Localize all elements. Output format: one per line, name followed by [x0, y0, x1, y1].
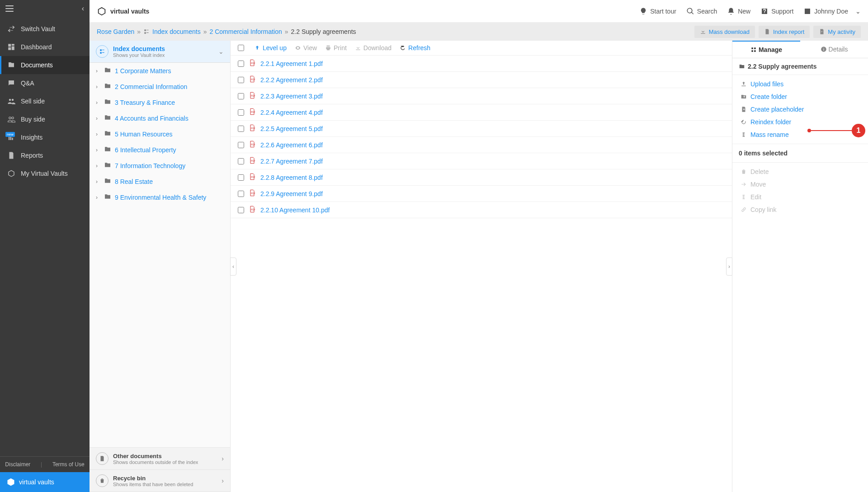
new-button[interactable]: New: [727, 7, 750, 15]
file-row[interactable]: PDF 2.2.3 Agreement 3.pdf: [231, 88, 732, 104]
file-checkbox[interactable]: [238, 191, 244, 197]
tree-label: 2 Commercial Information: [115, 83, 187, 90]
index-circle-icon: [96, 45, 108, 58]
nav-qa[interactable]: Q&A: [0, 74, 90, 92]
pdf-icon: PDF: [249, 108, 256, 117]
recycle-bin[interactable]: Recycle bin Shows items that have been d…: [90, 470, 230, 492]
label: Level up: [263, 44, 287, 52]
refresh-button[interactable]: Refresh: [400, 44, 430, 52]
index-report-button[interactable]: Index report: [759, 26, 810, 38]
mass-download-button[interactable]: Mass download: [694, 26, 755, 38]
start-tour-button[interactable]: Start tour: [639, 7, 676, 15]
file-checkbox[interactable]: [238, 142, 244, 148]
tree-label: 5 Human Resources: [115, 131, 173, 138]
tree-item[interactable]: › 2 Commercial Information: [90, 79, 230, 94]
nav-documents[interactable]: Documents: [0, 56, 90, 74]
file-checkbox[interactable]: [238, 77, 244, 83]
download-button[interactable]: Download: [355, 44, 392, 52]
tree-item[interactable]: › 9 Environmental Health & Safety: [90, 189, 230, 205]
disclaimer-link[interactable]: Disclaimer: [5, 461, 30, 468]
tab-details[interactable]: Details: [800, 41, 868, 58]
crumb-l1[interactable]: 2 Commercial Information: [210, 28, 282, 35]
tree-header[interactable]: Index documents Shows your Vault index ⌄: [90, 41, 230, 63]
file-row[interactable]: PDF 2.2.5 Agreement 5.pdf: [231, 121, 732, 137]
svg-text:PDF: PDF: [251, 111, 255, 113]
file-checkbox[interactable]: [238, 174, 244, 181]
file-checkbox[interactable]: [238, 126, 244, 132]
tree-item[interactable]: › 8 Real Estate: [90, 173, 230, 189]
support-button[interactable]: Support: [760, 7, 793, 15]
chevron-right-icon[interactable]: ›: [96, 99, 100, 106]
file-checkbox[interactable]: [238, 93, 244, 99]
file-checkbox[interactable]: [238, 61, 244, 67]
nav-insights[interactable]: new Insights: [0, 128, 90, 146]
file-checkbox[interactable]: [238, 158, 244, 164]
tree-item[interactable]: › 5 Human Resources: [90, 126, 230, 142]
brand-text: virtual vaults: [110, 8, 149, 15]
nav-sell-side[interactable]: Sell side: [0, 92, 90, 110]
select-all-checkbox[interactable]: [238, 45, 244, 51]
user-menu[interactable]: Johnny Doe ⌄: [803, 7, 861, 15]
create-placeholder-action[interactable]: Create placeholder: [732, 103, 868, 116]
upload-files-action[interactable]: Upload files: [732, 78, 868, 90]
tree-item[interactable]: › 1 Corporate Matters: [90, 63, 230, 79]
collapse-manage-handle[interactable]: ›: [726, 258, 732, 276]
tree-item[interactable]: › 4 Accounts and Financials: [90, 110, 230, 126]
file-checkbox[interactable]: [238, 207, 244, 213]
file-row[interactable]: PDF 2.2.7 Agreement 7.pdf: [231, 153, 732, 169]
chevron-right-icon[interactable]: ›: [96, 131, 100, 137]
chevron-right-icon[interactable]: ›: [96, 163, 100, 169]
info-icon: [821, 46, 827, 52]
file-checkbox[interactable]: [238, 109, 244, 116]
crumb-root[interactable]: Rose Garden: [97, 28, 134, 35]
hamburger-icon[interactable]: [5, 5, 14, 12]
nav-dashboard[interactable]: Dashboard: [0, 38, 90, 56]
nav-my-vaults[interactable]: My Virtual Vaults: [0, 164, 90, 183]
chevron-down-icon[interactable]: ⌄: [218, 48, 224, 55]
file-row[interactable]: PDF 2.2.4 Agreement 4.pdf: [231, 104, 732, 121]
file-row[interactable]: PDF 2.2.6 Agreement 6.pdf: [231, 137, 732, 153]
chevron-right-icon[interactable]: ›: [96, 68, 100, 74]
chevron-right-icon[interactable]: ›: [96, 147, 100, 153]
my-activity-button[interactable]: My activity: [813, 26, 861, 38]
print-button[interactable]: Print: [325, 44, 347, 52]
tree-item[interactable]: › 6 Intellectual Property: [90, 142, 230, 158]
svg-text:PDF: PDF: [251, 79, 255, 81]
chevron-right-icon[interactable]: ›: [96, 178, 100, 185]
callout-line: [811, 130, 852, 131]
print-icon: [325, 45, 331, 51]
crumb-index[interactable]: Index documents: [152, 28, 201, 35]
tree-item[interactable]: › 7 Information Technology: [90, 158, 230, 173]
chevron-right-icon[interactable]: ›: [96, 84, 100, 90]
tab-manage[interactable]: Manage: [732, 41, 800, 58]
collapse-tree-handle[interactable]: ‹: [230, 258, 236, 276]
crumb-sep: »: [203, 28, 207, 35]
view-button[interactable]: View: [295, 44, 317, 52]
arrow-right-icon: [741, 181, 747, 187]
chevron-right-icon[interactable]: ›: [96, 194, 100, 201]
search-icon: [686, 7, 694, 15]
logo[interactable]: virtual vaults: [97, 6, 149, 16]
create-folder-action[interactable]: Create folder: [732, 90, 868, 103]
other-documents[interactable]: Other documents Shows documents outside …: [90, 448, 230, 470]
file-row[interactable]: PDF 2.2.10 Agreement 10.pdf: [231, 202, 732, 218]
level-up-button[interactable]: Level up: [254, 44, 287, 52]
chevron-right-icon[interactable]: ›: [96, 115, 100, 122]
nav-reports[interactable]: Reports: [0, 146, 90, 164]
tree-item[interactable]: › 3 Treasury & Finance: [90, 94, 230, 110]
file-row[interactable]: PDF 2.2.2 Agreement 2.pdf: [231, 72, 732, 88]
file-list: PDF 2.2.1 Agreement 1.pdf PDF 2.2.2 Agre…: [231, 56, 732, 492]
search-button[interactable]: Search: [686, 7, 717, 15]
file-row[interactable]: PDF 2.2.8 Agreement 8.pdf: [231, 169, 732, 186]
terms-link[interactable]: Terms of Use: [52, 461, 85, 468]
file-row[interactable]: PDF 2.2.9 Agreement 9.pdf: [231, 186, 732, 202]
sidebar-brand[interactable]: virtual vaults: [0, 472, 90, 492]
file-row[interactable]: PDF 2.2.1 Agreement 1.pdf: [231, 56, 732, 72]
nav-buy-side[interactable]: Buy side: [0, 110, 90, 128]
nav-switch-vault[interactable]: Switch Vault: [0, 20, 90, 38]
collapse-sidebar-icon[interactable]: ‹: [82, 5, 84, 13]
folder-icon: [739, 63, 745, 70]
crumb-sep: »: [137, 28, 141, 35]
help-icon: [760, 7, 769, 15]
tree-title: Index documents: [113, 45, 165, 52]
